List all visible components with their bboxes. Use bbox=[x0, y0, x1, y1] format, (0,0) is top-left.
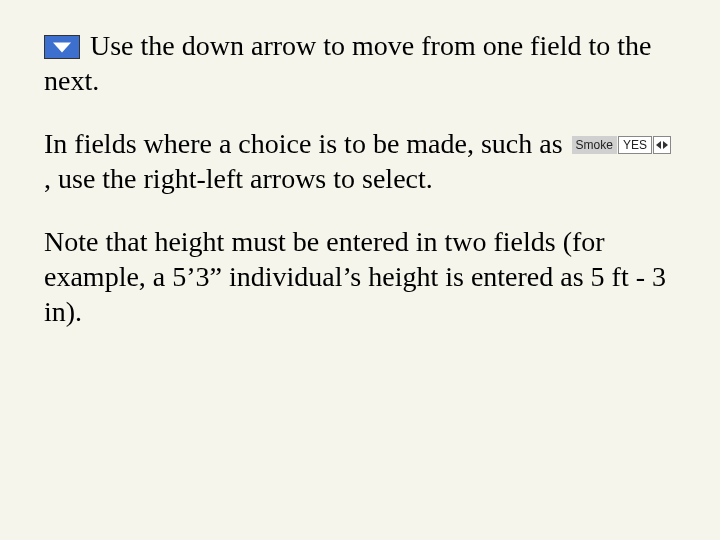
paragraph-3: Note that height must be entered in two … bbox=[44, 224, 676, 329]
para1-text: Use the down arrow to move from one fiel… bbox=[44, 30, 651, 96]
smoke-label: Smoke bbox=[572, 136, 617, 154]
triangle-right-icon bbox=[663, 141, 668, 149]
smoke-value: YES bbox=[618, 136, 652, 154]
triangle-left-icon bbox=[656, 141, 661, 149]
down-arrow-icon bbox=[44, 35, 80, 59]
paragraph-1: Use the down arrow to move from one fiel… bbox=[44, 28, 676, 98]
para3-text: Note that height must be entered in two … bbox=[44, 226, 666, 327]
instruction-content: Use the down arrow to move from one fiel… bbox=[0, 0, 720, 329]
left-right-arrows-icon bbox=[653, 136, 671, 154]
para2-text-after: , use the right-left arrows to select. bbox=[44, 163, 433, 194]
para2-text-before: In fields where a choice is to be made, … bbox=[44, 128, 570, 159]
smoke-selector-widget: SmokeYES bbox=[572, 136, 671, 154]
paragraph-2: In fields where a choice is to be made, … bbox=[44, 126, 676, 196]
